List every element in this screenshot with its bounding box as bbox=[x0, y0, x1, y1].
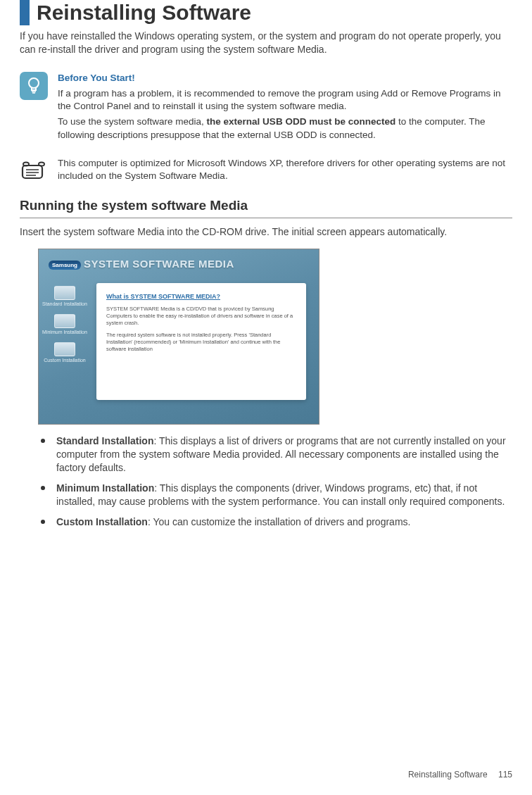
bullet-label-minimum: Minimum Installation bbox=[56, 482, 154, 494]
section-divider bbox=[20, 218, 512, 218]
panel-paragraph-2: The required system software is not inst… bbox=[106, 332, 296, 352]
screenshot-title: SYSTEM SOFTWARE MEDIA bbox=[84, 258, 234, 270]
tip-body: Before You Start! If a program has a pro… bbox=[58, 72, 512, 144]
note-body: This computer is optimized for Microsoft… bbox=[58, 157, 512, 185]
bullet-text: : You can customize the installation of … bbox=[148, 516, 411, 527]
screenshot-header: Samsung SYSTEM SOFTWARE MEDIA bbox=[49, 258, 234, 270]
list-item: Minimum Installation: This displays the … bbox=[41, 482, 512, 508]
bullet-label-standard: Standard Installation bbox=[56, 435, 153, 446]
tip-block: Before You Start! If a program has a pro… bbox=[20, 72, 512, 144]
standard-installation-icon bbox=[54, 286, 75, 300]
standard-installation-option: Standard Installation bbox=[42, 286, 87, 307]
footer-page-number: 115 bbox=[498, 770, 512, 780]
list-item: Standard Installation: This displays a l… bbox=[41, 434, 512, 475]
list-item: Custom Installation: You can customize t… bbox=[41, 515, 512, 529]
minimum-installation-icon bbox=[54, 314, 75, 328]
title-accent-bar bbox=[20, 0, 30, 25]
tip-paragraph-2: To use the system software media, the ex… bbox=[58, 115, 512, 141]
custom-installation-option: Custom Installation bbox=[44, 342, 86, 363]
brand-logo: Samsung bbox=[49, 261, 81, 270]
lightbulb-icon bbox=[20, 72, 48, 100]
section-heading: Running the system software Media bbox=[20, 198, 512, 213]
tip-paragraph-1: If a program has a problem, it is recomm… bbox=[58, 87, 512, 113]
svg-point-5 bbox=[39, 162, 44, 165]
custom-installation-icon bbox=[54, 342, 75, 356]
svg-point-4 bbox=[23, 162, 29, 165]
intro-paragraph: If you have reinstalled the Windows oper… bbox=[20, 30, 512, 56]
svg-rect-3 bbox=[23, 165, 42, 178]
software-media-screenshot: × Samsung SYSTEM SOFTWARE MEDIA Standard… bbox=[38, 249, 319, 425]
panel-paragraph-1: SYSTEM SOFTWARE Media is a CD/DVD that i… bbox=[106, 306, 296, 326]
note-block: This computer is optimized for Microsoft… bbox=[20, 157, 512, 185]
panel-question: What is SYSTEM SOFTWARE MEDIA? bbox=[106, 293, 296, 300]
tip-bold-usb-odd: the external USB ODD must be connected bbox=[207, 116, 396, 127]
minimum-installation-option: Minimum Installation bbox=[42, 314, 87, 335]
section-lead: Insert the system software Media into th… bbox=[20, 225, 512, 239]
screenshot-sidebar: Standard Installation Minimum Installati… bbox=[39, 249, 91, 424]
tip-heading: Before You Start! bbox=[58, 72, 512, 84]
note-text: This computer is optimized for Microsoft… bbox=[58, 157, 512, 182]
screenshot-panel: What is SYSTEM SOFTWARE MEDIA? SYSTEM SO… bbox=[96, 283, 306, 400]
page-title-row: Reinstalling Software bbox=[20, 0, 512, 25]
bullet-label-custom: Custom Installation bbox=[56, 516, 148, 527]
footer-section: Reinstalling Software bbox=[408, 770, 488, 780]
page-footer: Reinstalling Software 115 bbox=[408, 770, 512, 780]
screenshot-container: × Samsung SYSTEM SOFTWARE MEDIA Standard… bbox=[38, 249, 512, 425]
svg-point-0 bbox=[29, 78, 39, 88]
installation-options-list: Standard Installation: This displays a l… bbox=[20, 434, 512, 528]
note-icon bbox=[20, 157, 48, 185]
page-title: Reinstalling Software bbox=[37, 0, 251, 25]
